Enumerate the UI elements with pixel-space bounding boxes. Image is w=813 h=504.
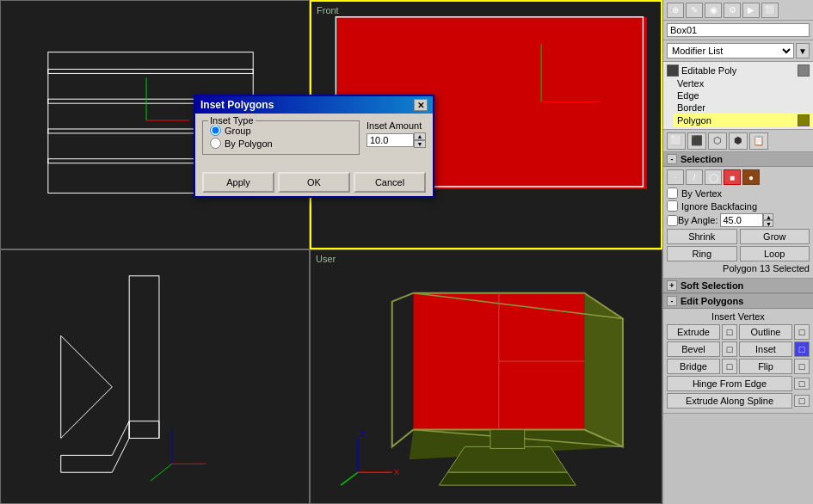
icon-btn-4[interactable]: ⬢ xyxy=(729,132,748,150)
extrude-along-spline-button[interactable]: Extrude Along Spline xyxy=(667,393,792,409)
tree-item-border[interactable]: Border xyxy=(674,101,813,114)
tree-label-polygon: Polygon xyxy=(677,115,711,126)
bridge-button[interactable]: Bridge xyxy=(667,359,720,374)
bevel-button[interactable]: Bevel xyxy=(667,341,720,357)
grow-button[interactable]: Grow xyxy=(740,229,810,244)
extrude-spline-settings[interactable]: □ xyxy=(794,395,810,407)
sel-icon-edge[interactable]: / xyxy=(686,169,703,185)
extrude-settings[interactable]: □ xyxy=(722,324,737,340)
ring-loop-row: Ring Loop xyxy=(667,246,810,261)
bevel-settings[interactable]: □ xyxy=(722,341,737,357)
outline-button[interactable]: Outline xyxy=(739,324,792,340)
ignore-backfacing-checkbox[interactable] xyxy=(667,200,678,212)
viewport-bottom-left[interactable] xyxy=(0,249,310,504)
tree-item-editable-poly[interactable]: Editable Poly xyxy=(663,64,813,77)
by-angle-checkbox[interactable] xyxy=(667,215,678,226)
wireframe-user: Z X xyxy=(311,250,662,503)
tree-color-polygon xyxy=(798,114,810,126)
edit-polygons-toggle[interactable]: - xyxy=(667,296,677,306)
svg-marker-25 xyxy=(439,472,576,485)
sel-icon-border[interactable]: ◯ xyxy=(705,169,722,185)
bridge-settings[interactable]: □ xyxy=(722,359,737,374)
object-name-input[interactable] xyxy=(667,23,810,37)
edit-polygons-header[interactable]: - Edit Polygons xyxy=(663,294,813,309)
inset-button[interactable]: Inset xyxy=(739,341,792,357)
outline-settings[interactable]: □ xyxy=(794,324,810,340)
soft-selection-header[interactable]: + Soft Selection xyxy=(663,279,813,293)
inset-type-label: Inset Type xyxy=(208,115,256,126)
svg-marker-11 xyxy=(61,421,129,473)
toolbar-btn-3[interactable]: ◉ xyxy=(705,3,722,18)
cancel-button[interactable]: Cancel xyxy=(354,172,426,193)
radio-group-option[interactable] xyxy=(210,125,221,136)
inset-polygons-dialog[interactable]: Inset Polygons ✕ Inset Type Group xyxy=(194,95,434,198)
modifier-tree: Editable Poly Vertex Edge Border Polygon xyxy=(663,62,813,130)
flip-settings[interactable]: □ xyxy=(794,359,810,374)
toolbar-btn-2[interactable]: ✎ xyxy=(686,3,703,18)
by-angle-row: By Angle: ▲ ▼ xyxy=(667,213,810,227)
insert-vertex-label: Insert Vertex xyxy=(667,311,810,322)
inset-spinner-up[interactable]: ▲ xyxy=(414,132,426,140)
icon-btn-2[interactable]: ⬛ xyxy=(687,132,706,150)
dialog-title: Inset Polygons xyxy=(200,99,274,111)
viewport-label-user: User xyxy=(316,254,336,264)
angle-spin-down[interactable]: ▼ xyxy=(763,220,773,227)
by-vertex-checkbox[interactable] xyxy=(667,187,678,199)
hinge-settings[interactable]: □ xyxy=(794,378,810,390)
selection-status: Polygon 13 Selected xyxy=(667,263,810,274)
svg-text:X: X xyxy=(394,467,400,476)
flip-button[interactable]: Flip xyxy=(739,359,792,374)
modifier-list-select[interactable]: Modifier List xyxy=(667,43,794,58)
inset-amount-input[interactable] xyxy=(366,133,414,147)
toolbar-btn-4[interactable]: ⚙ xyxy=(724,3,741,18)
wireframe-bl xyxy=(1,250,309,503)
svg-text:Z: Z xyxy=(360,429,366,439)
tree-item-polygon[interactable]: Polygon xyxy=(674,114,813,127)
toolbar-btn-5[interactable]: ▶ xyxy=(742,3,760,18)
modifier-list-arrow[interactable]: ▼ xyxy=(796,43,810,58)
dialog-titlebar: Inset Polygons ✕ xyxy=(195,96,433,114)
panel-scroll[interactable]: - Selection · / ◯ ■ ● By Vertex xyxy=(663,152,813,504)
extrude-button[interactable]: Extrude xyxy=(667,324,720,340)
selection-toggle[interactable]: - xyxy=(667,154,677,164)
ring-button[interactable]: Ring xyxy=(667,246,737,261)
extrude-spline-row: Extrude Along Spline □ xyxy=(667,393,810,409)
main-container: Front xyxy=(0,0,813,504)
inset-spinner-down[interactable]: ▼ xyxy=(414,140,426,148)
dialog-close-button[interactable]: ✕ xyxy=(414,99,428,111)
angle-spin-up[interactable]: ▲ xyxy=(763,213,773,220)
by-angle-spinner: ▲ ▼ xyxy=(763,213,773,227)
radio-by-polygon-option[interactable] xyxy=(210,138,221,149)
selection-header[interactable]: - Selection xyxy=(663,152,813,167)
hinge-from-edge-button[interactable]: Hinge From Edge xyxy=(667,376,792,391)
icon-btn-5[interactable]: 📋 xyxy=(749,132,768,150)
shrink-button[interactable]: Shrink xyxy=(667,229,737,244)
viewport-user[interactable]: User xyxy=(310,249,662,504)
sel-icon-vertex[interactable]: · xyxy=(667,169,684,185)
dialog-body: Inset Type Group By Polygon xyxy=(195,114,433,169)
toolbar-btn-1[interactable]: ⊕ xyxy=(667,3,684,18)
soft-selection-label: Soft Selection xyxy=(681,280,743,291)
soft-selection-section: + Soft Selection xyxy=(663,279,813,294)
toolbar-btn-6[interactable]: ⬜ xyxy=(761,3,779,18)
apply-button[interactable]: Apply xyxy=(202,172,274,193)
tree-label-vertex: Vertex xyxy=(677,78,704,89)
tree-label-edge: Edge xyxy=(677,90,699,101)
top-toolbar: ⊕ ✎ ◉ ⚙ ▶ ⬜ xyxy=(663,0,813,21)
icon-btn-3[interactable]: ⬡ xyxy=(708,132,727,150)
selection-section: - Selection · / ◯ ■ ● By Vertex xyxy=(663,152,813,279)
sel-icon-polygon[interactable]: ■ xyxy=(724,169,741,185)
edit-polygons-label: Edit Polygons xyxy=(681,296,743,306)
tree-item-vertex[interactable]: Vertex xyxy=(674,77,813,89)
ok-button[interactable]: OK xyxy=(278,172,350,193)
radio-by-polygon: By Polygon xyxy=(210,138,352,149)
sel-icon-element[interactable]: ● xyxy=(742,169,760,185)
soft-selection-toggle[interactable]: + xyxy=(667,280,677,291)
tree-label-editable-poly: Editable Poly xyxy=(681,65,736,76)
tree-item-edge[interactable]: Edge xyxy=(674,89,813,101)
icon-btn-1[interactable]: ⬜ xyxy=(667,132,686,150)
inset-settings[interactable]: □ xyxy=(794,341,810,357)
by-angle-input[interactable] xyxy=(720,213,763,227)
viewport-area: Front xyxy=(0,0,662,504)
loop-button[interactable]: Loop xyxy=(740,246,810,261)
